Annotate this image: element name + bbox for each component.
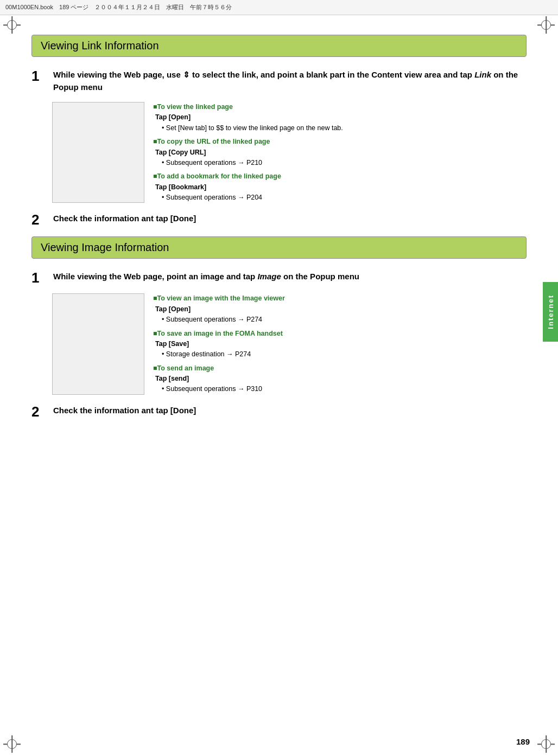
save-image-tap-text: Tap [Save]: [155, 340, 189, 348]
main-content: Viewing Link Information 1 While viewing…: [0, 15, 558, 449]
section1-step2: 2 Check the information ant tap [Done]: [31, 213, 527, 227]
view-linked-label: ■To view the linked page: [153, 102, 527, 112]
view-image-bullet: Subsequent operations → P274: [162, 315, 527, 325]
sidebar-label-text: Internet: [547, 294, 555, 329]
crosshair-tl: [3, 16, 21, 34]
save-image-label: ■To save an image in the FOMA handset: [153, 329, 527, 339]
copy-url-section-label: ■To copy the URL of the linked page: [153, 138, 270, 145]
view-image-section-label: ■To view an image with the Image viewer: [153, 294, 285, 302]
view-image-tap: Tap [Open]: [153, 304, 527, 315]
save-image-section-label: ■To save an image in the FOMA handset: [153, 330, 283, 337]
info-panel-2: ■To view an image with the Image viewer …: [52, 293, 527, 394]
copy-url-label: ■To copy the URL of the linked page: [153, 137, 527, 147]
step1-text-before-s2: While viewing the Web page, point an ima…: [53, 272, 257, 281]
step1-text-after-s2: on the Popup menu: [281, 272, 359, 281]
info-panel-1: ■To view the linked page Tap [Open] Set …: [52, 102, 527, 203]
view-image-tap-text: Tap [Open]: [155, 305, 191, 313]
send-image-tap: Tap [send]: [153, 374, 527, 384]
section1-title: Viewing Link Information: [41, 40, 159, 52]
step1-number: 1: [31, 69, 49, 83]
info-image-2: [52, 293, 144, 394]
page-number: 189: [516, 737, 530, 746]
step2-number-s1: 2: [31, 213, 49, 227]
view-linked-bullet: Set [New tab] to $$ to view the linked p…: [162, 123, 527, 133]
step1-number-s2: 1: [31, 271, 49, 285]
crosshair-tr: [537, 16, 555, 34]
copy-url-tap: Tap [Copy URL]: [153, 148, 527, 158]
view-linked-tap-text: Tap [Open]: [155, 113, 191, 121]
step2-text-s2: Check the information ant tap [Done]: [53, 405, 527, 417]
add-bookmark-section-label: ■To add a bookmark for the linked page: [153, 172, 281, 180]
section2-step2: 2 Check the information ant tap [Done]: [31, 405, 527, 419]
info-image-1: [52, 102, 144, 203]
page-wrapper: 00M1000EN.book 189 ページ ２００４年１１月２４日 水曜日 午…: [0, 0, 558, 756]
step1-content-s2: While viewing the Web page, point an ima…: [53, 271, 527, 283]
send-image-section-label: ■To send an image: [153, 364, 214, 372]
corner-bottom-right: [537, 735, 555, 753]
section1-heading: Viewing Link Information: [31, 35, 527, 57]
section2-title: Viewing Image Information: [41, 241, 169, 253]
view-image-label: ■To view an image with the Image viewer: [153, 293, 527, 304]
add-bookmark-tap-text: Tap [Bookmark]: [155, 183, 206, 191]
section2-heading: Viewing Image Information: [31, 236, 527, 259]
send-image-tap-text: Tap [send]: [155, 375, 189, 382]
step1-italic: Link: [474, 70, 491, 79]
view-linked-section-label: ■To view the linked page: [153, 103, 233, 111]
info-text-2: ■To view an image with the Image viewer …: [144, 293, 527, 394]
step2-number-s2: 2: [31, 405, 49, 419]
corner-bottom-left: [3, 735, 21, 753]
copy-url-tap-text: Tap [Copy URL]: [155, 149, 206, 156]
send-image-bullet: Subsequent operations → P310: [162, 384, 527, 394]
info-text-1: ■To view the linked page Tap [Open] Set …: [144, 102, 527, 203]
step1-content: While viewing the Web page, use ⇕ to sel…: [53, 69, 527, 93]
view-linked-tap: Tap [Open]: [153, 112, 527, 123]
add-bookmark-bullet: Subsequent operations → P204: [162, 193, 527, 203]
header-text: 00M1000EN.book 189 ページ ２００４年１１月２４日 水曜日 午…: [5, 3, 232, 11]
sidebar-label: Internet: [543, 282, 558, 342]
crosshair-br: [537, 735, 555, 753]
add-bookmark-tap: Tap [Bookmark]: [153, 182, 527, 193]
save-image-bullet: Storage destination → P274: [162, 349, 527, 360]
add-bookmark-label: ■To add a bookmark for the linked page: [153, 171, 527, 182]
save-image-tap: Tap [Save]: [153, 339, 527, 349]
section1-step1: 1 While viewing the Web page, use ⇕ to s…: [31, 69, 527, 93]
step2-text-s1: Check the information ant tap [Done]: [53, 213, 527, 225]
step1-text-before: While viewing the Web page, use ⇕ to sel…: [53, 70, 474, 79]
corner-top-right: [537, 16, 555, 34]
header-bar: 00M1000EN.book 189 ページ ２００４年１１月２４日 水曜日 午…: [0, 0, 558, 15]
crosshair-bl: [3, 735, 21, 753]
copy-url-bullet: Subsequent operations → P210: [162, 158, 527, 168]
section2-step1: 1 While viewing the Web page, point an i…: [31, 271, 527, 285]
corner-top-left: [3, 16, 21, 34]
step1-italic-s2: Image: [257, 272, 281, 281]
send-image-label: ■To send an image: [153, 363, 527, 374]
